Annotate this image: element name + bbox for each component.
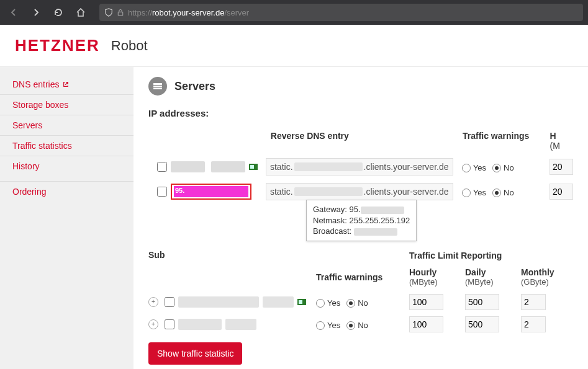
nic-icon (297, 299, 306, 305)
back-button[interactable] (5, 4, 22, 21)
subnet-redacted (225, 319, 256, 330)
rdns-input[interactable]: static..clients.your-server.de (266, 183, 453, 200)
svg-rect-2 (153, 86, 162, 87)
monthly-input[interactable] (521, 316, 546, 332)
show-traffic-button[interactable]: Show traffic statistic (148, 342, 242, 365)
hourly-header: Hourly(MByte) (409, 267, 465, 288)
daily-header: Daily(MByte) (465, 267, 521, 288)
subnet-checkbox[interactable] (165, 297, 174, 307)
product-name: Robot (111, 38, 148, 54)
logo: HETZNER (15, 36, 100, 55)
ip-redacted (211, 161, 245, 172)
warn-yes-radio[interactable] (462, 189, 471, 197)
sidebar-item-history[interactable]: History (0, 156, 133, 176)
warn-no-radio[interactable] (492, 164, 501, 172)
monthly-header: Monthly(GByte) (521, 267, 577, 288)
ip-tooltip: Gateway: 95. Netmask: 255.255.255.192 Br… (306, 200, 417, 241)
sidebar-item-label: Storage boxes (12, 100, 68, 110)
warn-yes-radio[interactable] (462, 164, 471, 172)
hourly-input[interactable] (550, 184, 573, 200)
app-header: HETZNER Robot (0, 25, 588, 67)
daily-input[interactable] (465, 294, 499, 310)
daily-input[interactable] (465, 316, 499, 332)
reload-button[interactable] (50, 4, 67, 21)
traffic-limit-header: Traffic Limit Reporting (409, 251, 577, 260)
svg-rect-7 (299, 300, 302, 304)
warn-no-radio[interactable] (346, 321, 355, 330)
sidebar-item-ordering[interactable]: Ordering (0, 181, 133, 202)
warn-yes-radio[interactable] (316, 321, 325, 330)
subnet-redacted (263, 296, 294, 308)
sidebar-item-label: Traffic statistics (12, 141, 72, 151)
ip-checkbox[interactable] (157, 187, 167, 197)
ip-highlighted[interactable]: 95. (171, 184, 251, 200)
warn-yes-radio[interactable] (316, 299, 325, 308)
url-bar[interactable]: https://robot.your-server.de/server (99, 4, 583, 21)
expand-icon[interactable]: + (148, 319, 158, 329)
forward-button[interactable] (27, 4, 45, 21)
ip-checkbox[interactable] (157, 162, 167, 172)
subnet-checkbox[interactable] (165, 319, 174, 329)
rdns-input[interactable]: static..clients.your-server.de (266, 158, 453, 176)
svg-rect-3 (153, 88, 162, 89)
sidebar-item-traffic[interactable]: Traffic statistics (0, 136, 133, 156)
ip-section-title: IP addresses: (148, 108, 573, 118)
nic-icon (249, 164, 258, 170)
warn-no-radio[interactable] (492, 189, 501, 197)
home-button[interactable] (72, 4, 89, 21)
subnet-row: + (148, 296, 316, 308)
page-title: Servers (174, 80, 215, 93)
sidebar-item-label: Ordering (12, 187, 46, 197)
monthly-input[interactable] (521, 294, 546, 310)
hourly-input[interactable] (409, 316, 443, 332)
subnet-redacted (178, 319, 222, 330)
ip-table-header: Reverse DNS entry Traffic warnings H(M (148, 131, 573, 151)
ip-redacted (171, 161, 205, 172)
sidebar-item-servers[interactable]: Servers (0, 115, 133, 136)
sidebar-item-dns[interactable]: DNS entries (0, 74, 133, 95)
external-link-icon (63, 81, 69, 87)
svg-rect-5 (250, 165, 254, 169)
servers-icon (148, 77, 167, 96)
hourly-header: H(M (550, 131, 573, 151)
expand-icon[interactable]: + (148, 297, 158, 307)
svg-rect-1 (153, 83, 162, 85)
lock-icon (117, 9, 124, 16)
shield-icon (104, 8, 113, 17)
warn-no-radio[interactable] (346, 299, 355, 308)
hourly-input[interactable] (409, 294, 443, 310)
sidebar: DNS entries Storage boxes Servers Traffi… (0, 67, 133, 369)
warn-header: Traffic warnings (316, 272, 409, 283)
sidebar-item-storage[interactable]: Storage boxes (0, 95, 133, 115)
sidebar-item-label: History (12, 161, 40, 171)
sidebar-item-label: DNS entries (12, 79, 59, 89)
warn-header: Traffic warnings (463, 131, 550, 151)
url-text: https://robot.your-server.de/server (128, 8, 249, 17)
subnet-row: + (148, 319, 316, 330)
ip-row: static..clients.your-server.de Yes No (148, 157, 573, 177)
sidebar-item-label: Servers (12, 120, 42, 130)
subnet-redacted (178, 296, 259, 308)
main-content: Servers IP addresses: Reverse DNS entry … (133, 67, 588, 369)
subnets-section-title: Sub (148, 250, 316, 261)
svg-rect-0 (118, 12, 123, 16)
browser-toolbar: https://robot.your-server.de/server (0, 0, 588, 25)
rdns-header: Reverse DNS entry (271, 131, 463, 151)
ip-row: 95. static..clients.your-server.de Yes N… (148, 182, 573, 202)
hourly-input[interactable] (550, 159, 573, 175)
